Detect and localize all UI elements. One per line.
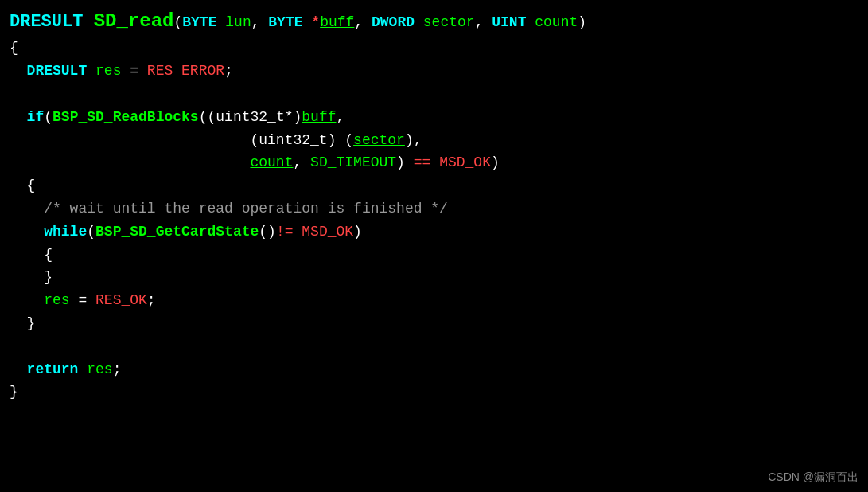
code-block: DRESULT SD_read(BYTE lun, BYTE *buff, DW… (10, 6, 858, 404)
code-token: lun (225, 14, 251, 30)
code-token: res (95, 63, 121, 79)
code-token: , (475, 14, 492, 30)
watermark: CSDN @漏洞百出 (768, 468, 858, 486)
code-token: { (10, 40, 18, 56)
code-token: ( (44, 109, 53, 125)
code-token: sector (353, 132, 405, 148)
code-token (10, 361, 27, 377)
code-token: res (87, 361, 112, 377)
code-line: { (10, 244, 858, 267)
code-token: SD_read (94, 10, 174, 32)
code-token: ; (147, 292, 156, 308)
code-token: ) (491, 154, 500, 170)
code-line: if(BSP_SD_ReadBlocks((uint32_t*)buff, (10, 106, 858, 129)
code-line: return res; (10, 358, 858, 381)
code-line: /* wait until the read operation is fini… (10, 197, 858, 221)
code-line: } (10, 381, 858, 404)
code-token: } (10, 315, 35, 331)
code-token: MSD_OK (302, 224, 353, 240)
code-token: , (354, 14, 372, 30)
code-token (526, 14, 535, 30)
code-line (10, 335, 858, 358)
code-token: () (259, 224, 276, 240)
code-token (10, 109, 27, 125)
code-token: != (276, 224, 302, 240)
code-token: , (251, 14, 269, 30)
code-token: count (250, 154, 293, 170)
code-token: buff (320, 14, 354, 30)
code-token: BSP_SD_GetCardState (95, 224, 259, 240)
code-token: MSD_OK (439, 154, 491, 170)
code-token (10, 224, 44, 240)
code-token: count (535, 14, 578, 30)
code-token (78, 361, 87, 377)
code-line: } (10, 266, 858, 289)
code-token: UINT (492, 14, 526, 30)
code-token: SD_TIMEOUT (310, 154, 396, 170)
code-token: ), (405, 132, 422, 148)
code-token (216, 14, 225, 30)
code-token: (uint32_t) ( (10, 132, 353, 148)
code-token (430, 154, 439, 170)
code-token: while (44, 224, 87, 240)
code-token: ((uint32_t*) (199, 109, 302, 125)
code-token: { (10, 247, 53, 263)
code-line: } (10, 312, 858, 335)
code-token: == (414, 154, 431, 170)
code-token: /* wait until the read operation is fini… (44, 201, 448, 217)
code-token: } (10, 384, 18, 400)
code-token: BYTE (182, 14, 216, 30)
code-token: ) (578, 14, 586, 30)
code-token (10, 154, 250, 170)
code-token: DWORD (372, 14, 415, 30)
code-token: * (311, 14, 320, 30)
code-token: DRESULT (10, 12, 94, 32)
code-line: while(BSP_SD_GetCardState()!= MSD_OK) (10, 221, 858, 244)
code-token: buff (302, 109, 336, 125)
code-token: , (337, 109, 345, 125)
code-token: BYTE (268, 14, 302, 30)
code-token: ) (353, 224, 362, 240)
code-token: return (27, 361, 79, 377)
code-token: if (27, 109, 45, 125)
code-line (10, 83, 858, 106)
code-token: res (44, 292, 69, 308)
code-token: ( (87, 224, 95, 240)
code-token (415, 14, 423, 30)
code-token: sector (423, 14, 475, 30)
code-line: (uint32_t) (sector), (10, 129, 858, 152)
code-token: RES_ERROR (147, 63, 224, 79)
code-token (10, 201, 44, 217)
code-token (10, 292, 44, 308)
code-line: { (10, 174, 858, 197)
code-line: DRESULT res = RES_ERROR; (10, 60, 858, 83)
code-line: DRESULT SD_read(BYTE lun, BYTE *buff, DW… (10, 6, 858, 37)
code-line: count, SD_TIMEOUT) == MSD_OK) (10, 151, 858, 174)
code-token: , (293, 154, 310, 170)
code-token: DRESULT (10, 63, 95, 79)
code-token: ) (396, 154, 414, 170)
code-line: res = RES_OK; (10, 289, 858, 312)
code-token: RES_OK (95, 292, 147, 308)
code-token: ; (113, 361, 122, 377)
code-token: = (121, 63, 146, 79)
code-token: ( (173, 14, 182, 30)
code-token (303, 14, 312, 30)
code-container: DRESULT SD_read(BYTE lun, BYTE *buff, DW… (0, 0, 868, 492)
code-line: { (10, 37, 858, 60)
code-token: = (70, 292, 95, 308)
code-token: { (10, 178, 35, 193)
code-token: ; (224, 63, 233, 79)
code-token: } (10, 269, 53, 285)
code-token: BSP_SD_ReadBlocks (53, 109, 199, 125)
